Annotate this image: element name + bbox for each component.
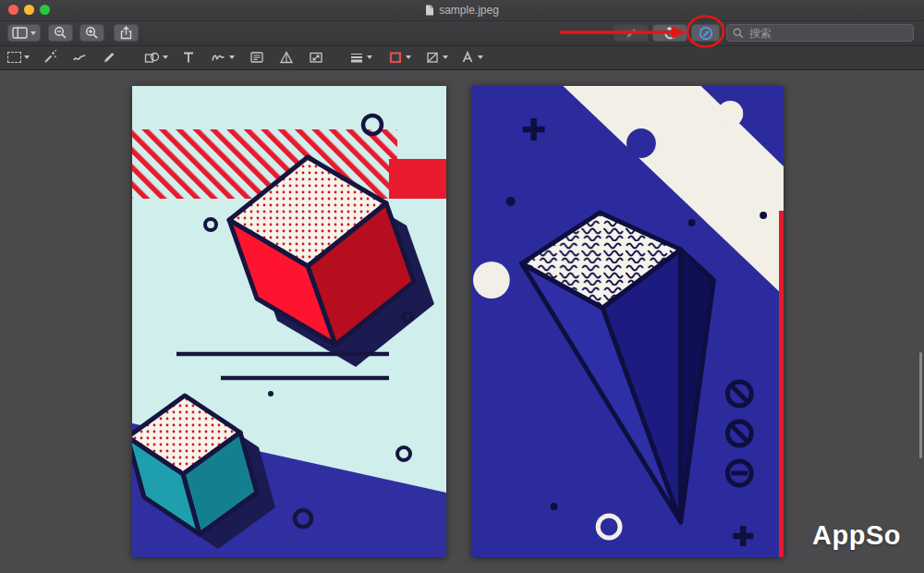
- text-style-icon: [460, 50, 475, 65]
- chevron-down-icon: [443, 55, 448, 59]
- border-color-button[interactable]: [388, 48, 411, 67]
- window-title: sample.jpeg: [439, 4, 499, 17]
- note-icon: [249, 50, 264, 65]
- draw-pencil-icon: [102, 50, 116, 65]
- adjust-size-button[interactable]: [309, 48, 323, 67]
- chevron-down-icon: [406, 55, 411, 59]
- scrollbar-thumb[interactable]: [919, 352, 922, 458]
- magic-wand-icon: [43, 50, 57, 65]
- search-icon: [733, 28, 744, 39]
- poster-right-artwork: [471, 86, 784, 557]
- sidebar-icon: [12, 27, 28, 39]
- sketch-button[interactable]: [72, 48, 87, 67]
- text-button[interactable]: [181, 48, 196, 67]
- selection-tools-icon: [7, 52, 21, 63]
- search-input[interactable]: [748, 26, 907, 41]
- zoom-in-button[interactable]: [79, 24, 104, 42]
- titlebar: sample.jpeg: [0, 0, 924, 21]
- border-color-icon: [388, 50, 403, 65]
- selection-tools-button[interactable]: [7, 48, 30, 67]
- preview-window: sample.jpeg: [0, 0, 924, 573]
- poster-right: [471, 86, 784, 557]
- poster-left: [132, 86, 446, 557]
- rotate-left-button[interactable]: [652, 24, 687, 42]
- pencil-icon: [624, 26, 638, 41]
- share-icon: [119, 26, 133, 40]
- chevron-down-icon: [229, 55, 235, 59]
- fill-color-button[interactable]: [425, 48, 448, 67]
- zoom-in-icon: [85, 26, 99, 40]
- sidebar-button[interactable]: [7, 24, 41, 42]
- chevron-down-icon: [163, 55, 168, 59]
- search-field[interactable]: [726, 24, 914, 42]
- shape-style-icon: [349, 50, 364, 65]
- share-button[interactable]: [114, 24, 139, 42]
- adjust-color-icon: [279, 50, 294, 65]
- zoom-out-icon: [54, 26, 67, 40]
- fill-color-icon: [425, 50, 440, 65]
- shape-style-button[interactable]: [349, 48, 372, 67]
- chevron-down-icon: [30, 31, 36, 35]
- rotate-left-icon: [663, 26, 677, 41]
- watermark: AppSo: [812, 520, 901, 551]
- markup-circle-pencil-icon: [699, 26, 713, 41]
- main-toolbar: [0, 21, 924, 46]
- markup-toolbar-toggle-button[interactable]: [691, 24, 720, 42]
- chevron-down-icon: [478, 55, 483, 59]
- signature-icon: [211, 50, 226, 65]
- content-area: AppSo: [0, 70, 924, 573]
- instant-alpha-button[interactable]: [43, 48, 57, 67]
- chevron-down-icon: [367, 55, 372, 59]
- draw-button[interactable]: [102, 48, 116, 67]
- chevron-down-icon: [24, 55, 30, 59]
- text-style-button[interactable]: [460, 48, 483, 67]
- zoom-out-button[interactable]: [48, 24, 73, 42]
- adjust-size-icon: [309, 50, 323, 65]
- window-title-area: sample.jpeg: [0, 0, 924, 20]
- sign-button[interactable]: [211, 48, 235, 67]
- sketch-icon: [72, 50, 87, 65]
- note-button[interactable]: [249, 48, 264, 67]
- markup-toolbar: [0, 46, 924, 70]
- shapes-button[interactable]: [144, 48, 168, 67]
- markup-pencil-button[interactable]: [614, 24, 649, 42]
- shapes-icon: [144, 50, 160, 65]
- poster-left-artwork: [132, 86, 446, 557]
- document-icon: [425, 5, 434, 16]
- adjust-color-button[interactable]: [279, 48, 294, 67]
- text-tool-icon: [181, 50, 196, 65]
